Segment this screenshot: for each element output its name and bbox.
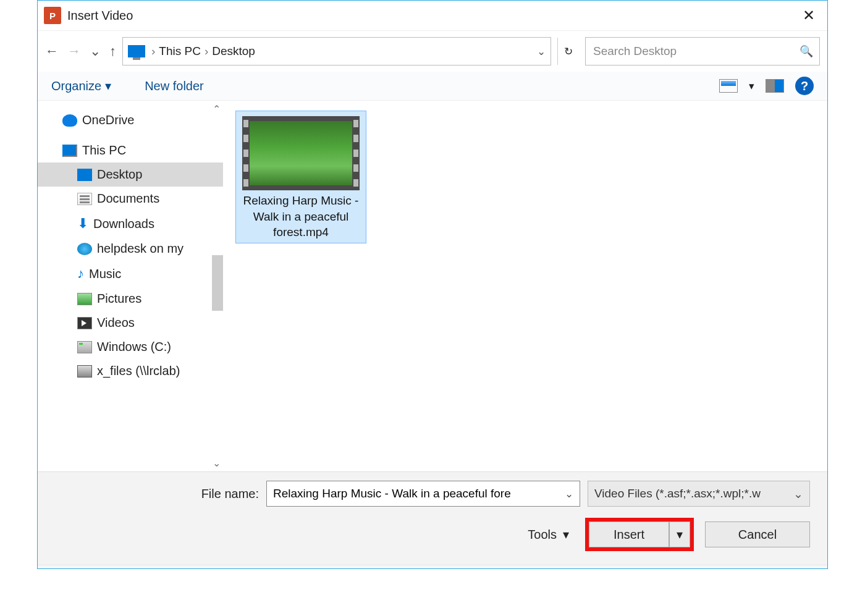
view-mode-button[interactable] <box>719 79 738 93</box>
tree-item-downloads[interactable]: ⬇ Downloads <box>38 211 223 237</box>
tree-item-label: Documents <box>97 192 159 206</box>
tree-item-pictures[interactable]: Pictures <box>38 287 223 311</box>
insert-button-highlight: Insert ▾ <box>585 518 694 551</box>
filename-combobox[interactable]: ⌄ <box>266 481 580 507</box>
insert-dropdown-button[interactable]: ▾ <box>669 521 690 547</box>
tree-item-desktop[interactable]: Desktop <box>38 162 223 187</box>
tree-item-label: Downloads <box>93 217 154 231</box>
tree-item-label: OneDrive <box>82 113 134 127</box>
tree-item-onedrive[interactable]: OneDrive <box>38 108 223 132</box>
nav-arrow-group: ← → ⌄ ↑ <box>45 43 116 59</box>
search-input[interactable] <box>592 44 800 59</box>
search-box[interactable]: 🔍 <box>585 37 820 65</box>
breadcrumb-desktop[interactable]: Desktop <box>212 44 255 58</box>
refresh-button[interactable]: ↻ <box>557 38 579 65</box>
organize-menu[interactable]: Organize ▾ <box>51 78 111 93</box>
chevron-down-icon: ▾ <box>105 78 111 93</box>
new-folder-button[interactable]: New folder <box>145 79 204 93</box>
tree-item-label: Music <box>89 267 121 281</box>
address-dropdown-icon[interactable]: ⌄ <box>537 45 546 58</box>
tree-item-label: This PC <box>82 143 126 158</box>
tools-label: Tools <box>528 528 557 542</box>
scroll-up-button[interactable]: ⌃ <box>213 103 221 115</box>
file-item[interactable]: Relaxing Harp Music - Walk in a peaceful… <box>235 111 366 243</box>
insert-button[interactable]: Insert <box>589 521 669 547</box>
main-area: ⌃ OneDrive This PC Desktop Documents ⬇ D… <box>38 101 827 471</box>
music-icon: ♪ <box>77 266 84 282</box>
desktop-icon <box>77 169 92 181</box>
tree-item-windows-c[interactable]: Windows (C:) <box>38 335 223 359</box>
status-bar <box>38 565 827 568</box>
tree-item-label: Pictures <box>97 292 141 306</box>
pictures-icon <box>77 293 92 305</box>
up-button[interactable]: ↑ <box>109 43 116 59</box>
tree-item-xfiles[interactable]: x_files (\\lrclab) <box>38 359 223 383</box>
tree-item-music[interactable]: ♪ Music <box>38 261 223 287</box>
tree-item-videos[interactable]: Videos <box>38 311 223 335</box>
preview-pane-button[interactable] <box>766 79 784 93</box>
onedrive-icon <box>62 114 77 127</box>
breadcrumb: › This PC › Desktop <box>151 44 537 58</box>
navigation-tree: ⌃ OneDrive This PC Desktop Documents ⬇ D… <box>38 101 223 471</box>
tree-item-helpdesk[interactable]: helpdesk on my <box>38 237 223 261</box>
filename-label: File name: <box>55 487 259 501</box>
back-button[interactable]: ← <box>45 43 59 59</box>
address-bar[interactable]: › This PC › Desktop ⌄ <box>122 37 551 65</box>
scrollbar-thumb[interactable] <box>212 255 223 311</box>
breadcrumb-sep: › <box>205 44 208 58</box>
search-icon: 🔍 <box>800 44 813 58</box>
tree-item-this-pc[interactable]: This PC <box>38 138 223 162</box>
download-icon: ⬇ <box>77 216 88 232</box>
chevron-down-icon[interactable]: ▾ <box>749 80 754 93</box>
file-name-label: Relaxing Harp Music - Walk in a peaceful… <box>236 193 366 240</box>
powerpoint-icon: P <box>44 7 61 24</box>
tree-item-label: Desktop <box>97 167 142 182</box>
cancel-button[interactable]: Cancel <box>705 521 810 547</box>
tree-item-documents[interactable]: Documents <box>38 187 223 211</box>
recent-locations-dropdown[interactable]: ⌄ <box>90 43 101 59</box>
video-thumbnail <box>242 116 360 190</box>
file-type-filter[interactable]: Video Files (*.asf;*.asx;*.wpl;*.w ⌄ <box>588 481 810 507</box>
network-drive-icon <box>77 365 92 378</box>
tree-item-label: helpdesk on my <box>97 242 184 256</box>
local-disk-icon <box>77 341 92 353</box>
file-type-label: Video Files (*.asf;*.asx;*.wpl;*.w <box>594 487 761 500</box>
pc-icon <box>62 145 77 157</box>
navigation-row: ← → ⌄ ↑ › This PC › Desktop ⌄ ↻ 🔍 <box>38 31 827 72</box>
tools-menu[interactable]: Tools ▾ <box>528 527 569 542</box>
chevron-down-icon[interactable]: ⌄ <box>559 487 580 500</box>
close-button[interactable]: ✕ <box>796 4 821 27</box>
this-pc-icon <box>128 45 145 57</box>
videos-icon <box>77 317 92 329</box>
dialog-footer: File name: ⌄ Video Files (*.asf;*.asx;*.… <box>38 471 827 565</box>
breadcrumb-sep: › <box>151 44 155 58</box>
documents-icon <box>77 193 92 205</box>
refresh-icon: ↻ <box>564 45 573 58</box>
file-list[interactable]: Relaxing Harp Music - Walk in a peaceful… <box>223 101 827 471</box>
help-button[interactable]: ? <box>795 77 814 95</box>
toolbar: Organize ▾ New folder ▾ ? <box>38 72 827 101</box>
tree-item-label: Videos <box>97 316 135 330</box>
organize-label: Organize <box>51 79 101 93</box>
chevron-down-icon: ⌄ <box>793 487 803 501</box>
forward-button[interactable]: → <box>67 43 81 59</box>
insert-video-dialog: P Insert Video ✕ ← → ⌄ ↑ › This PC › Des… <box>37 0 828 569</box>
filename-row: File name: ⌄ Video Files (*.asf;*.asx;*.… <box>55 481 810 507</box>
chevron-down-icon: ▾ <box>563 527 569 542</box>
scroll-down-button[interactable]: ⌄ <box>213 457 221 469</box>
breadcrumb-this-pc[interactable]: This PC <box>159 44 201 58</box>
title-bar: P Insert Video ✕ <box>38 1 827 31</box>
network-location-icon <box>77 243 92 255</box>
dialog-title: Insert Video <box>67 9 796 23</box>
tree-item-label: Windows (C:) <box>97 340 171 354</box>
filename-input[interactable] <box>267 487 559 500</box>
tree-item-label: x_files (\\lrclab) <box>97 364 180 378</box>
button-row: Tools ▾ Insert ▾ Cancel <box>55 518 810 551</box>
